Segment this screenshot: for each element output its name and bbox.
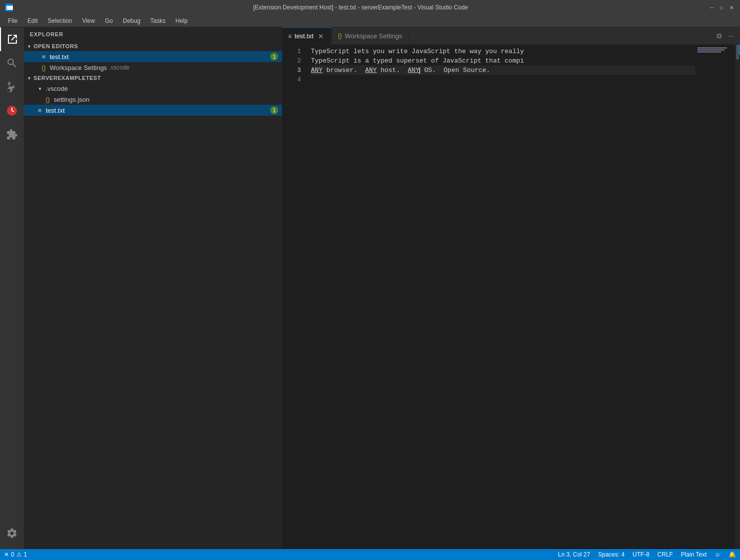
menu-edit[interactable]: Edit <box>23 16 42 25</box>
menu-file[interactable]: File <box>4 16 21 25</box>
test-txt-sidebar-label: test.txt <box>46 107 65 114</box>
error-count: 0 <box>11 551 14 558</box>
status-line-col[interactable]: Ln 3, Col 27 <box>554 549 594 560</box>
folder-vscode-chevron: ▾ <box>36 84 44 92</box>
tab-workspace-settings[interactable]: {} Workspace Settings <box>332 27 408 44</box>
more-actions-button[interactable]: ··· <box>726 31 736 41</box>
vertical-scrollbar[interactable] <box>735 45 740 549</box>
code-line-2: TypeScript is a typed superset of JavaSc… <box>311 56 695 66</box>
explorer-activity-icon[interactable] <box>0 27 24 51</box>
line-number-4: 4 <box>282 75 301 84</box>
vscode-icon: ⌨ <box>5 3 13 11</box>
folder-vscode[interactable]: ▾ .vscode <box>24 83 282 94</box>
spaces-text: Spaces: 4 <box>598 551 624 558</box>
source-control-activity-icon[interactable] <box>0 75 24 99</box>
status-encoding[interactable]: UTF-8 <box>629 549 654 560</box>
settings-activity-icon[interactable] <box>0 521 24 545</box>
code-editor[interactable]: TypeScript lets you write JavaScript the… <box>307 45 695 549</box>
title-text: [Extension Development Host] - test.txt … <box>17 4 704 11</box>
menu-bar: File Edit Selection View Go Debug Tasks … <box>0 15 740 27</box>
sidebar-header: EXPLORER <box>24 27 282 41</box>
minimap-line-3 <box>697 51 721 53</box>
line-number-2: 2 <box>282 56 301 66</box>
test-txt-sidebar-icon: ≡ <box>36 106 44 114</box>
menu-debug[interactable]: Debug <box>119 16 144 25</box>
any-underline-2: ANY <box>365 67 376 74</box>
editor-content[interactable]: 1 2 3 4 TypeScript lets you write JavaSc… <box>282 45 740 549</box>
open-editor-test-txt[interactable]: ≡ test.txt 1 <box>24 51 282 62</box>
status-line-ending[interactable]: CRLF <box>654 549 677 560</box>
test-txt-badge: 1 <box>270 53 278 61</box>
project-section-chevron: ▾ <box>28 75 31 81</box>
open-editors-section-header[interactable]: ▾ OPEN EDITORS <box>24 41 282 51</box>
encoding-text: UTF-8 <box>633 551 650 558</box>
tab-test-txt-icon: ≡ <box>288 33 292 40</box>
bell-icon: 🔔 <box>729 551 736 558</box>
code-line-1: TypeScript lets you write JavaScript the… <box>311 47 695 56</box>
open-editor-workspace-settings-label: Workspace Settings <box>50 64 107 71</box>
menu-view[interactable]: View <box>78 16 99 25</box>
line-number-3: 3 <box>282 66 301 75</box>
extensions-activity-icon[interactable] <box>0 123 24 146</box>
title-bar: ⌨ [Extension Development Host] - test.tx… <box>0 0 740 15</box>
warning-count: 1 <box>24 551 27 558</box>
file-settings-json[interactable]: {} settings.json <box>24 94 282 105</box>
open-editors-chevron: ▾ <box>28 44 31 49</box>
warning-icon: ⚠ <box>16 551 22 558</box>
status-language[interactable]: Plain Text <box>677 549 711 560</box>
error-icon: ✕ <box>4 551 9 558</box>
debug-activity-icon[interactable] <box>0 99 24 123</box>
activity-bar <box>0 27 24 549</box>
status-spaces[interactable]: Spaces: 4 <box>594 549 628 560</box>
workspace-settings-icon: {} <box>40 64 48 71</box>
feedback-icon: ☺ <box>715 551 721 558</box>
language-text: Plain Text <box>681 551 707 558</box>
status-errors[interactable]: ✕ 0 ⚠ 1 <box>0 549 31 560</box>
svg-text:⌨: ⌨ <box>6 5 13 11</box>
test-txt-sidebar-badge: 1 <box>270 106 278 114</box>
tab-workspace-settings-label: Workspace Settings <box>345 32 402 40</box>
minimap-lines <box>695 45 735 53</box>
editor-area: ≡ test.txt ✕ {} Workspace Settings ⧉ ···… <box>282 27 740 549</box>
project-section-header[interactable]: ▾ SERVEREXAMPLETEST <box>24 73 282 83</box>
code-line-4 <box>311 75 695 84</box>
maximize-button[interactable]: □ <box>718 4 725 11</box>
text-cursor <box>419 68 420 74</box>
workspace-settings-suffix: .vscode <box>109 64 129 71</box>
activity-bar-bottom <box>0 521 24 549</box>
settings-json-icon: {} <box>44 95 52 103</box>
tab-test-txt-close[interactable]: ✕ <box>316 32 325 41</box>
status-feedback[interactable]: ☺ <box>711 549 725 560</box>
open-editor-workspace-settings[interactable]: {} Workspace Settings .vscode <box>24 62 282 73</box>
sidebar: EXPLORER ▾ OPEN EDITORS ≡ test.txt 1 {} … <box>24 27 282 549</box>
code-line-3: ANY browser. ANY host. ANY OS. Open Sour… <box>311 66 695 75</box>
settings-json-label: settings.json <box>54 96 89 103</box>
menu-help[interactable]: Help <box>171 16 192 25</box>
any-underline-3: ANY <box>408 67 419 74</box>
status-bell[interactable]: 🔔 <box>725 549 740 560</box>
tab-bar: ≡ test.txt ✕ {} Workspace Settings ⧉ ··· <box>282 27 740 45</box>
menu-go[interactable]: Go <box>101 16 117 25</box>
minimize-button[interactable]: ─ <box>708 4 715 11</box>
minimap-line-1 <box>697 47 727 49</box>
open-editor-test-txt-label: test.txt <box>50 53 69 61</box>
tab-workspace-settings-icon: {} <box>338 32 342 39</box>
menu-tasks[interactable]: Tasks <box>147 16 170 25</box>
open-editors-label: OPEN EDITORS <box>34 43 78 49</box>
split-editor-button[interactable]: ⧉ <box>714 31 724 41</box>
any-underline-1: ANY <box>311 67 322 74</box>
status-left: ✕ 0 ⚠ 1 <box>0 549 31 560</box>
window-controls: ─ □ ✕ <box>708 4 735 11</box>
minimap-line-2 <box>697 49 725 51</box>
folder-vscode-label: .vscode <box>46 85 68 92</box>
line-numbers: 1 2 3 4 <box>282 45 307 549</box>
menu-selection[interactable]: Selection <box>44 16 76 25</box>
file-test-txt[interactable]: ≡ test.txt 1 <box>24 105 282 116</box>
tab-test-txt[interactable]: ≡ test.txt ✕ <box>282 27 332 44</box>
search-activity-icon[interactable] <box>0 51 24 75</box>
line-ending-text: CRLF <box>658 551 673 558</box>
status-right: Ln 3, Col 27 Spaces: 4 UTF-8 CRLF Plain … <box>554 549 740 560</box>
project-section-label: SERVEREXAMPLETEST <box>34 75 101 81</box>
close-button[interactable]: ✕ <box>728 4 735 11</box>
main-layout: EXPLORER ▾ OPEN EDITORS ≡ test.txt 1 {} … <box>0 27 740 549</box>
